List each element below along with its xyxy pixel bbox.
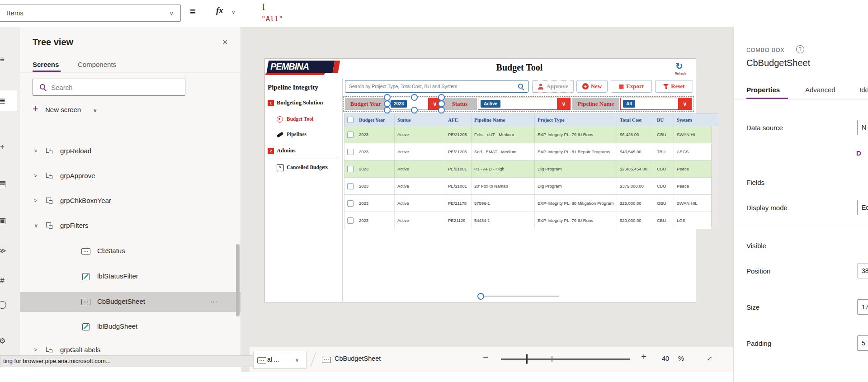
new-button[interactable]: + New	[576, 80, 608, 93]
column-header[interactable]: Project Type	[535, 114, 617, 126]
loops-icon[interactable]: ◯	[0, 300, 8, 309]
column-header[interactable]: Budget Year	[356, 114, 395, 126]
chevron-right-icon[interactable]: >	[34, 346, 38, 353]
chevron-right-icon[interactable]: >	[34, 147, 38, 154]
fullscreen-expand-icon[interactable]: ↔	[702, 351, 715, 364]
data-icon[interactable]: ▤	[0, 179, 8, 189]
chevron-down-icon[interactable]: ∨	[170, 10, 174, 17]
padding-field[interactable]: 5	[857, 335, 868, 351]
fx-button[interactable]: fx	[216, 5, 223, 15]
nav-item-pipelines[interactable]: Pipelines	[287, 132, 307, 137]
tree-item-CbBudgetSheet-selected[interactable]: CbBudgetSheet …	[20, 292, 241, 312]
tree-item-label[interactable]: grpApprove	[60, 172, 95, 179]
tree-view-icon[interactable]: ≣	[0, 96, 8, 106]
tree-item-grpApprove[interactable]: > grpApprove	[20, 166, 241, 186]
tree-scrollbar[interactable]	[236, 244, 240, 316]
tree-item-label[interactable]: grpReload	[60, 147, 91, 155]
chevron-right-icon[interactable]: >	[34, 172, 38, 179]
column-header[interactable]: Pipeline Name	[472, 114, 535, 126]
refresh-icon[interactable]: ↻	[675, 61, 683, 71]
export-button[interactable]: ▦ Export	[611, 80, 652, 93]
selection-handle[interactable]	[438, 107, 445, 113]
status-dropdown-icon[interactable]: ∨	[557, 98, 571, 110]
tree-item-grpFilters[interactable]: ∨ grpFilters	[20, 216, 241, 236]
table-row[interactable]: 2023 Active PE/21178 57596-1 EXP-Integri…	[344, 195, 712, 212]
pipeline-name-dropdown-icon[interactable]: ∨	[678, 98, 692, 110]
formula-line-1[interactable]: [	[261, 2, 266, 11]
app-search-input[interactable]	[345, 80, 528, 93]
budget-year-chip[interactable]: 2023	[391, 100, 407, 108]
selection-handle[interactable]	[384, 100, 391, 107]
selection-handle[interactable]	[411, 94, 418, 101]
table-scrollbar[interactable]	[711, 126, 718, 226]
table-row[interactable]: 2023 Active PE/21205 Felis - cUT - Mediu…	[344, 126, 712, 143]
approve-button[interactable]: Approve	[532, 80, 574, 93]
property-selector[interactable]: Items ∨	[0, 5, 181, 22]
column-header[interactable]: Status	[395, 114, 445, 126]
variables-icon[interactable]: #	[0, 276, 8, 285]
table-row[interactable]: 2023 Active PE/21205 Sed - EMAT - Medium…	[344, 143, 712, 160]
zoom-out-button[interactable]: −	[483, 352, 488, 363]
tree-search-input[interactable]	[33, 79, 185, 96]
advanced-tools-icon[interactable]: ≫	[0, 246, 8, 255]
data-source-field[interactable]: N	[857, 120, 868, 135]
chevron-right-icon[interactable]: >	[34, 197, 38, 204]
reset-button[interactable]: Reset	[655, 80, 693, 93]
more-options-icon[interactable]: …	[210, 296, 218, 305]
new-screen-button[interactable]: New screen	[45, 106, 81, 113]
row-checkbox[interactable]	[344, 143, 356, 160]
row-checkbox[interactable]	[344, 160, 356, 177]
column-header[interactable]: Total Cost	[617, 114, 654, 126]
tab-advanced[interactable]: Advanced	[805, 86, 835, 94]
selection-handle[interactable]	[438, 94, 445, 101]
tab-screens[interactable]: Screens	[33, 61, 59, 68]
selected-control-breadcrumb[interactable]: CbBudgetSheet	[335, 355, 381, 362]
selection-handle[interactable]	[438, 100, 445, 107]
zoom-slider-handle[interactable]	[526, 354, 528, 364]
fx-chevron-icon[interactable]: ∨	[231, 9, 236, 15]
table-row[interactable]: 2023 Active PE/21001 P1 - AFD - High Dig…	[344, 160, 712, 178]
pipeline-name-chip[interactable]: All	[623, 100, 635, 108]
tree-item-lblBudgSheet[interactable]: lblBudgSheet	[20, 317, 241, 337]
tab-components[interactable]: Components	[78, 61, 116, 68]
insert-plus-icon[interactable]: +	[0, 142, 8, 151]
row-checkbox[interactable]	[344, 212, 356, 229]
row-checkbox[interactable]	[344, 195, 356, 212]
screen-selector-chip[interactable]: al ... ∨	[253, 351, 307, 369]
selection-handle[interactable]	[384, 107, 391, 113]
tree-item-grpReload[interactable]: > grpReload	[20, 141, 241, 161]
table-row[interactable]: 2023 Active PE21129 54434-1 EXP-Integrit…	[344, 212, 712, 229]
tree-item-label[interactable]: grpGalLabels	[60, 346, 100, 354]
tree-item-grpChkBoxnYear[interactable]: > grpChkBoxnYear	[20, 191, 241, 211]
tree-item-label[interactable]: lblBudgSheet	[97, 322, 137, 330]
tab-properties[interactable]: Properties	[746, 86, 780, 94]
menu-icon[interactable]: ≡	[0, 55, 8, 64]
tab-ideas[interactable]: Ide	[859, 86, 868, 94]
zoom-slider-track[interactable]	[501, 358, 630, 360]
tree-item-label[interactable]: lblStatusFilter	[97, 272, 138, 280]
media-icon[interactable]: ▣	[0, 216, 8, 226]
size-field[interactable]: 17	[857, 299, 868, 315]
new-screen-chevron-icon[interactable]: ∨	[93, 107, 97, 113]
select-all-checkbox[interactable]	[344, 114, 356, 126]
canvas-hscroll-track[interactable]	[484, 296, 559, 297]
tree-item-label[interactable]: grpChkBoxnYear	[60, 197, 111, 204]
tree-item-label[interactable]: CbStatus	[97, 247, 125, 255]
tree-item-lblStatusFilter[interactable]: lblStatusFilter	[20, 267, 241, 287]
help-icon[interactable]: ?	[796, 45, 804, 53]
selection-handle[interactable]	[384, 94, 391, 101]
tree-item-label[interactable]: grpFilters	[60, 222, 89, 229]
tree-item-label[interactable]: CbBudgetSheet	[97, 297, 145, 305]
status-chip[interactable]: Active	[481, 100, 500, 108]
formula-line-2[interactable]: "All"	[261, 14, 283, 23]
chevron-down-icon[interactable]: ∨	[34, 222, 38, 229]
zoom-in-button[interactable]: +	[641, 351, 646, 362]
chevron-down-icon[interactable]: ∨	[295, 357, 299, 363]
new-screen-plus-icon[interactable]: +	[33, 103, 38, 115]
tree-item-CbStatus[interactable]: CbStatus	[20, 241, 241, 261]
settings-gear-icon[interactable]: ⚙	[0, 336, 8, 346]
row-checkbox[interactable]	[344, 126, 356, 143]
row-checkbox[interactable]	[344, 178, 356, 194]
nav-item-budget-tool[interactable]: Budget Tool	[287, 116, 313, 122]
column-header[interactable]: BU	[654, 114, 674, 126]
